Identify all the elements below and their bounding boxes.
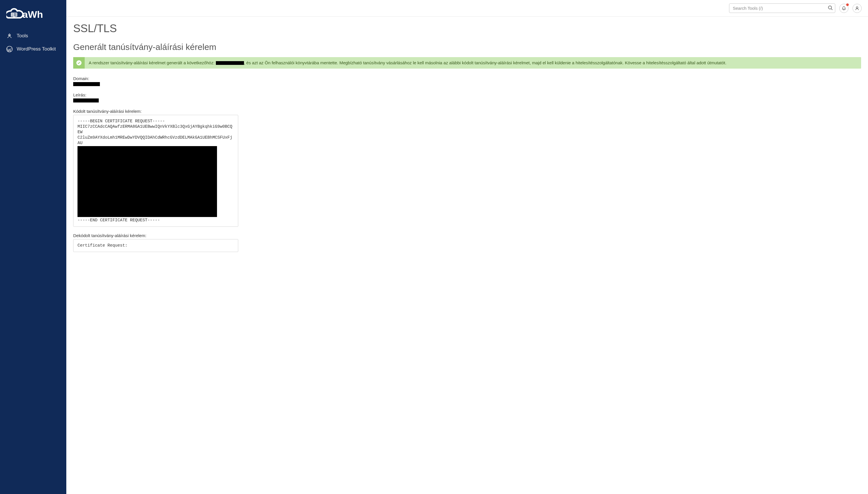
search-icon [828, 5, 833, 10]
svg-rect-1 [12, 13, 13, 14]
encoded-csr-box[interactable]: -----BEGIN CERTIFICATE REQUEST----- MIIC… [73, 115, 238, 227]
redacted-csr-body [77, 146, 217, 217]
sidebar-item-label: WordPress Toolkit [17, 46, 56, 52]
svg-line-12 [831, 8, 832, 10]
alert-icon-col [73, 57, 85, 69]
svg-point-13 [856, 6, 858, 8]
user-menu-button[interactable] [852, 4, 862, 13]
field-domain: Domain: [73, 76, 861, 86]
svg-point-11 [828, 6, 832, 9]
decoded-line-0: Certificate Request: [77, 243, 234, 248]
check-circle-icon [76, 60, 82, 66]
brand-logo: aWh [0, 0, 66, 29]
search-button[interactable] [827, 5, 833, 12]
csr-line-2: C2luZm9AYXdoLmh1MREwDwYDVQQIDAhCdWRhcGVz… [77, 135, 234, 146]
svg-text:aWh: aWh [22, 9, 43, 20]
alert-pre-text: A rendszer tanúsítvány-aláírási kérelmet… [89, 60, 216, 65]
main: SSL/TLS Generált tanúsítvány-aláírási ké… [66, 0, 868, 494]
bell-icon [842, 6, 846, 11]
alert-body: A rendszer tanúsítvány-aláírási kérelmet… [85, 57, 861, 69]
redacted-domain-inline [216, 61, 244, 65]
svg-rect-3 [12, 16, 13, 16]
description-label: Leírás: [73, 92, 861, 97]
svg-rect-2 [12, 14, 13, 15]
notification-dot [846, 3, 849, 6]
csr-end: -----END CERTIFICATE REQUEST----- [77, 217, 234, 223]
sidebar-nav: Tools WordPress Toolkit [0, 29, 66, 56]
tools-icon [6, 33, 13, 39]
field-description: Leírás: [73, 92, 861, 102]
wordpress-icon [6, 46, 13, 52]
success-alert: A rendszer tanúsítvány-aláírási kérelmet… [73, 57, 861, 69]
csr-begin: -----BEGIN CERTIFICATE REQUEST----- [77, 118, 234, 124]
encoded-csr-label: Kódolt tanúsítvány-aláírási kérelem: [73, 109, 861, 114]
search-input[interactable] [729, 3, 835, 13]
alert-post-text: , és azt az Ön felhasználói könyvtárába … [244, 60, 727, 65]
redacted-description-value [73, 98, 99, 102]
sidebar-item-wordpress[interactable]: WordPress Toolkit [0, 42, 66, 56]
topbar [66, 0, 868, 17]
user-icon [855, 6, 860, 11]
page-title: SSL/TLS [73, 22, 861, 35]
field-encoded-csr: Kódolt tanúsítvány-aláírási kérelem: ---… [73, 109, 861, 227]
page-subtitle: Generált tanúsítvány-aláírási kérelem [73, 42, 861, 52]
redacted-domain-value [73, 82, 100, 86]
csr-line-1: MIIC7zCCAdcCAQAwfzERMA8GA1UEBwwIQnVkYXBl… [77, 124, 234, 135]
notifications-button[interactable] [839, 4, 848, 13]
decoded-csr-label: Dekódolt tanúsítvány-aláírási kérelem: [73, 233, 861, 238]
svg-rect-8 [14, 17, 15, 18]
field-decoded-csr: Dekódolt tanúsítvány-aláírási kérelem: C… [73, 233, 861, 252]
sidebar: aWh Tools WordPress Toolkit [0, 0, 66, 494]
sidebar-item-label: Tools [17, 33, 28, 39]
svg-rect-4 [14, 13, 17, 14]
content: SSL/TLS Generált tanúsítvány-aláírási ké… [66, 17, 868, 270]
search-wrap [729, 3, 835, 13]
decoded-csr-box[interactable]: Certificate Request: [73, 239, 238, 252]
svg-rect-6 [14, 16, 17, 16]
domain-label: Domain: [73, 76, 861, 81]
svg-rect-5 [14, 14, 17, 15]
svg-rect-7 [13, 17, 14, 18]
sidebar-item-tools[interactable]: Tools [0, 29, 66, 42]
